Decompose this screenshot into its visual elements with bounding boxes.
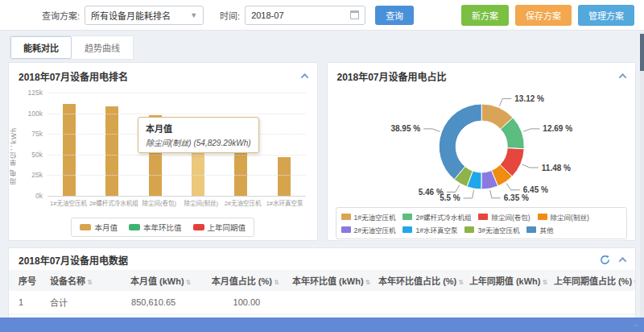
table-cell: 100.00: [203, 291, 287, 314]
bar[interactable]: [234, 151, 247, 196]
bar-slot: [47, 93, 90, 196]
legend-item[interactable]: 上年同期值: [193, 222, 246, 233]
table-cell: [375, 291, 466, 314]
table-panel-header: 2018年07月设备用电数据: [9, 248, 635, 270]
legend-label: 本月值: [94, 222, 118, 233]
pie-percentage-label: 5.46 %: [418, 188, 443, 197]
pie-chart-panel: 2018年07月设备用电占比 13.12 %12.69 %11.48 %6.45…: [327, 62, 637, 241]
legend-item[interactable]: 本年环比值: [129, 222, 182, 233]
legend-swatch: [464, 226, 474, 233]
x-axis-label: 1#水环真空泵: [264, 198, 306, 207]
sort-icon[interactable]: ⇅: [87, 279, 93, 286]
bar[interactable]: [63, 104, 76, 196]
legend-label: 上年同期值: [208, 222, 246, 233]
column-header-label: 上年同期值占比 (%): [554, 276, 632, 286]
legend-swatch: [341, 226, 351, 233]
legend-item[interactable]: 2#螺杆式冷水机组: [402, 212, 471, 222]
pie-percentage-label: 6.35 %: [503, 193, 528, 202]
sort-icon[interactable]: ⇅: [274, 279, 279, 286]
time-input[interactable]: 2018-07: [245, 6, 365, 25]
x-axis-label: 除尘间(制丝): [180, 198, 222, 207]
new-scheme-button[interactable]: 新方案: [461, 5, 509, 26]
table-row[interactable]: 1合计850,610.65100.00: [9, 291, 635, 314]
legend-label: 除尘间(制丝): [551, 212, 589, 222]
vertical-scrollbar-track[interactable]: [640, 32, 644, 317]
table-panel: 2018年07月设备用电数据 序号设备名称⇅本月值 (kWh)⇅本月值占比 (%…: [8, 247, 636, 325]
pie-slice[interactable]: [439, 104, 481, 180]
column-header-label: 本月值 (kWh): [130, 276, 184, 286]
legend-item[interactable]: 2#无油空压机: [341, 225, 396, 234]
legend-label: 除尘间(卷包): [491, 212, 530, 222]
data-table: 序号设备名称⇅本月值 (kWh)⇅本月值占比 (%)⇅本年环比值 (kWh)⇅本…: [9, 270, 635, 325]
sort-icon[interactable]: ⇅: [634, 279, 635, 286]
tab-trend-curve[interactable]: 趋势曲线: [72, 36, 133, 59]
column-header[interactable]: 本年环比值占比 (%)⇅: [375, 270, 466, 291]
column-header[interactable]: 上年同期值 (kWh)⇅: [466, 270, 551, 291]
bar-panel-title: 2018年07月设备用电排名: [19, 69, 128, 83]
pie-leader-line: [522, 129, 539, 131]
chart-tooltip: 本月值 除尘间(制丝) (54,829.29kWh): [138, 117, 259, 153]
bar-y-axis-unit: 用电 单位：kWh: [9, 104, 19, 185]
column-header-label: 序号: [19, 276, 36, 286]
calendar-icon[interactable]: [350, 10, 359, 19]
vertical-scrollbar-thumb[interactable]: [640, 34, 644, 71]
pie-leader-line: [499, 98, 511, 106]
horizontal-scrollbar[interactable]: ⇔: [0, 317, 644, 332]
legend-swatch: [129, 224, 140, 230]
legend-item[interactable]: 除尘间(制丝): [538, 212, 589, 222]
collapse-chevron-up-icon[interactable]: [619, 73, 627, 81]
bar-x-axis-labels: 1#无油空压机2#螺杆式冷水机组除尘间(卷包)除尘间(制丝)2#无油空压机1#水…: [47, 198, 306, 207]
bar[interactable]: [278, 157, 291, 196]
pie-leader-line: [446, 185, 459, 193]
bar[interactable]: [105, 106, 118, 196]
pie-leader-line: [489, 190, 500, 198]
collapse-chevron-up-icon[interactable]: [300, 73, 308, 81]
sort-icon[interactable]: ⇅: [458, 279, 464, 286]
gridline: [47, 155, 306, 156]
sort-icon[interactable]: ⇅: [186, 279, 192, 286]
table-cell: 1: [9, 291, 40, 314]
pie-leader-line: [423, 129, 440, 131]
y-axis-tick-label: 100k: [19, 110, 43, 118]
sort-icon[interactable]: ⇅: [365, 279, 371, 286]
table-cell: [466, 291, 551, 314]
legend-swatch: [478, 214, 488, 220]
tab-energy-compare[interactable]: 能耗对比: [10, 36, 72, 59]
query-button[interactable]: 查询: [375, 6, 414, 25]
y-axis-tick-label: 125k: [19, 89, 43, 97]
bar[interactable]: [192, 151, 204, 196]
manage-scheme-button[interactable]: 管理方案: [578, 5, 634, 26]
sort-icon[interactable]: ⇅: [542, 279, 547, 286]
pie-percentage-label: 38.95 %: [390, 124, 420, 133]
time-value: 2018-07: [251, 10, 283, 20]
table-header-row: 序号设备名称⇅本月值 (kWh)⇅本月值占比 (%)⇅本年环比值 (kWh)⇅本…: [9, 270, 635, 291]
legend-item[interactable]: 其他: [526, 225, 553, 234]
column-header[interactable]: 设备名称⇅: [40, 270, 118, 291]
collapse-chevron-up-icon[interactable]: [619, 257, 627, 265]
column-header[interactable]: 本年环比值 (kWh)⇅: [287, 270, 375, 291]
column-header-label: 本月值占比 (%): [212, 276, 272, 286]
x-axis-label: 1#无油空压机: [47, 198, 89, 207]
column-header[interactable]: 上年同期值占比 (%)⇅: [551, 270, 635, 291]
donut-chart: 13.12 %12.69 %11.48 %6.45 %6.35 %5.5 %5.…: [328, 86, 636, 205]
legend-item[interactable]: 本月值: [80, 222, 118, 233]
legend-item[interactable]: 1#无油空压机: [341, 212, 396, 222]
legend-swatch: [402, 214, 412, 220]
pie-panel-title: 2018年07月设备用电占比: [337, 69, 447, 83]
gridline: [47, 196, 306, 197]
legend-swatch: [341, 214, 351, 220]
legend-item[interactable]: 除尘间(卷包): [478, 212, 530, 222]
refresh-icon[interactable]: [600, 255, 610, 265]
pie-legend: 1#无油空压机2#螺杆式冷水机组除尘间(卷包)除尘间(制丝)2#无油空压机1#水…: [336, 207, 628, 239]
legend-item[interactable]: 1#水环真空泵: [402, 225, 457, 234]
column-header[interactable]: 本月值占比 (%)⇅: [203, 270, 287, 291]
table-panel-title: 2018年07月设备用电数据: [19, 253, 128, 267]
legend-label: 2#无油空压机: [354, 225, 396, 234]
legend-label: 3#无油空压机: [477, 225, 519, 234]
legend-item[interactable]: 3#无油空压机: [464, 225, 519, 234]
query-scheme-select[interactable]: 所有设备月能耗排名 ▼: [85, 6, 204, 25]
top-toolbar: 查询方案: 所有设备月能耗排名 ▼ 时间: 2018-07 查询 新方案 保存方…: [0, 0, 644, 31]
table-cell: [551, 291, 635, 314]
column-header[interactable]: 本月值 (kWh)⇅: [118, 270, 203, 291]
save-scheme-button[interactable]: 保存方案: [515, 5, 572, 26]
